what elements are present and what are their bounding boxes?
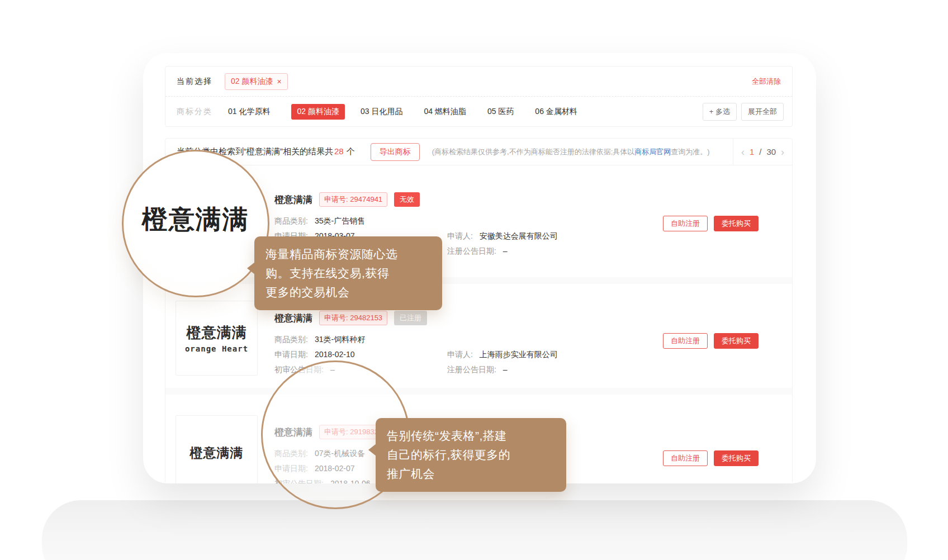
entrust-buy-button[interactable]: 委托购买 [714, 450, 759, 466]
results-header: 当前分类中检索到“橙意满满”相关的结果共28个 导出商标 (商标检索结果仅供参考… [165, 139, 792, 165]
self-register-button[interactable]: 自助注册 [663, 216, 708, 231]
self-register-button[interactable]: 自助注册 [663, 450, 708, 466]
category-label: 商标分类 [177, 107, 212, 117]
page: 当前选择 02 颜料油漆 × 全部清除 商标分类 01 化学原料 02 颜料油漆… [0, 0, 948, 560]
tooltip-marketplace: 海量精品商标资源随心选 购。支持在线交易,获得 更多的交易机会 [254, 236, 442, 310]
row-separator [165, 388, 792, 395]
prev-page-icon[interactable]: ‹ [741, 147, 745, 157]
trademark-image-3[interactable]: 橙意满满 [176, 415, 258, 483]
device-pedestal [42, 500, 907, 560]
category-item-01[interactable]: 01 化学原料 [228, 107, 270, 117]
category-item-03[interactable]: 03 日化用品 [361, 107, 402, 117]
category-item-02-active[interactable]: 02 颜料油漆 [291, 104, 344, 120]
current-page: 1 [750, 147, 754, 156]
multi-select-button[interactable]: + 多选 [703, 103, 737, 121]
applicant-value: 上海雨步实业有限公司 [480, 350, 558, 359]
trademark-name[interactable]: 橙意满满 [274, 312, 312, 325]
category-item-04[interactable]: 04 燃料油脂 [424, 107, 466, 117]
entrust-buy-button[interactable]: 委托购买 [714, 216, 759, 231]
trademark-office-link[interactable]: 商标局官网 [634, 148, 671, 156]
current-selection-label: 当前选择 [177, 77, 212, 87]
magnified-trademark-text: 橙意满满 [142, 202, 249, 237]
category-value: 31类-饲料种籽 [315, 335, 365, 344]
self-register-button[interactable]: 自助注册 [663, 333, 708, 349]
tooltip-arrow-icon [368, 444, 376, 456]
category-value: 35类-广告销售 [315, 216, 365, 225]
status-badge-registered: 已注册 [394, 311, 427, 325]
tooltip-promotion: 告别传统“发表格”,搭建 自己的标行,获得更多的 推广机会 [376, 418, 566, 492]
category-item-05[interactable]: 05 医药 [487, 107, 514, 117]
category-item-06[interactable]: 06 金属材料 [535, 107, 577, 117]
magnifier-circle-top: 橙意满满 [122, 150, 269, 297]
tooltip-arrow-icon [247, 262, 255, 274]
selected-filter-tag-label: 02 颜料油漆 [231, 77, 273, 87]
trademark-image-subtext: orange Heart [185, 344, 248, 353]
total-pages: 30 [766, 147, 776, 156]
application-number-tag: 申请号: 29474941 [319, 192, 387, 207]
next-page-icon[interactable]: › [781, 147, 784, 157]
applicant-value: 安徽美达会展有限公司 [480, 231, 558, 240]
application-number-tag: 申请号: 29482153 [319, 311, 387, 325]
selected-filter-tag[interactable]: 02 颜料油漆 × [225, 73, 288, 90]
trademark-name[interactable]: 橙意满满 [274, 193, 312, 206]
current-selection-bar: 当前选择 02 颜料油漆 × 全部清除 [165, 67, 792, 97]
disclaimer-note: (商标检索结果仅供参考,不作为商标能否注册的法律依据;具体以商标局官网查询为准。… [432, 147, 710, 157]
export-trademarks-button[interactable]: 导出商标 [371, 143, 420, 161]
trademark-image-2[interactable]: 橙意满满 orange Heart [176, 301, 258, 376]
entrust-buy-button[interactable]: 委托购买 [714, 333, 759, 349]
status-badge-invalid: 无效 [394, 192, 420, 207]
category-bar: 商标分类 01 化学原料 02 颜料油漆 03 日化用品 04 燃料油脂 05 … [165, 97, 792, 127]
pagination: ‹ 1 / 30 › [733, 139, 792, 165]
expand-all-button[interactable]: 展开全部 [741, 103, 784, 121]
remove-tag-icon[interactable]: × [277, 78, 281, 86]
results-count: 28 [334, 146, 344, 156]
apply-date-value: 2018-02-10 [315, 350, 355, 359]
clear-all-button[interactable]: 全部清除 [752, 77, 781, 87]
filter-panel: 当前选择 02 颜料油漆 × 全部清除 商标分类 01 化学原料 02 颜料油漆… [165, 66, 793, 127]
